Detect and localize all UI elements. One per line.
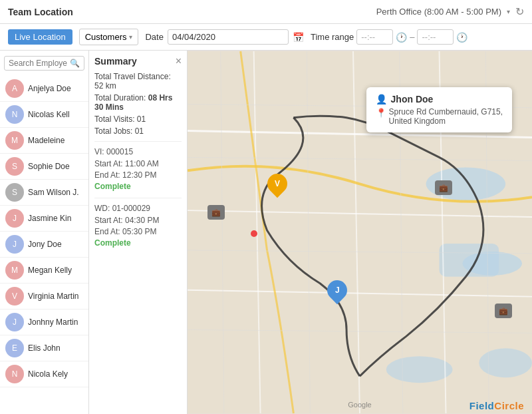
- google-branding: Google: [348, 401, 371, 409]
- map-area[interactable]: ● V J 💼 💼: [188, 51, 532, 414]
- employee-name: Jasmine Kin: [28, 214, 71, 223]
- employee-item[interactable]: VVirginia Martin: [0, 284, 88, 310]
- employee-name: Sophie Doe: [28, 162, 70, 171]
- employee-item[interactable]: MMadeleine: [0, 128, 88, 154]
- date-section: Date 📅: [145, 29, 303, 45]
- date-input[interactable]: [168, 29, 289, 45]
- employee-name: Sam Wilson J.: [28, 188, 79, 197]
- svg-point-4: [386, 356, 453, 383]
- popup-address-text: Spruce Rd Cumbernauid, G715,United Kingd…: [389, 107, 503, 126]
- live-location-badge: Live Location: [8, 29, 72, 45]
- wo-end: End At: 05:30 PM: [94, 227, 182, 236]
- employee-item[interactable]: SSam Wilson J.: [0, 180, 88, 206]
- marker-gray-left[interactable]: 💼: [207, 205, 225, 220]
- svg-point-5: [479, 348, 532, 377]
- time-range-section: Time range 🕐 – 🕐: [311, 29, 468, 45]
- marker-gray-center[interactable]: 💼: [435, 180, 452, 195]
- office-info: Perth Office (8:00 AM - 5:00 PM) ▾ ↻: [376, 5, 524, 18]
- office-label: Perth Office (8:00 AM - 5:00 PM): [376, 7, 501, 17]
- summary-panel: Summary × Total Travel Distance: 52 km T…: [89, 51, 188, 414]
- employee-item[interactable]: EElis John: [0, 335, 88, 361]
- time-start-input[interactable]: [356, 29, 393, 45]
- employee-name: Elis John: [28, 343, 61, 353]
- visit-status: Complete: [94, 182, 182, 191]
- summary-header: Summary ×: [94, 56, 182, 67]
- date-label: Date: [145, 32, 163, 42]
- avatar: N: [5, 365, 24, 383]
- wo-id: WD: 01-000029: [94, 204, 182, 213]
- employee-list: AAnjelya DoeNNicolas KellMMadeleineSSoph…: [0, 76, 88, 414]
- app-title: Team Location: [8, 7, 73, 17]
- visit-id: VI: 000015: [94, 147, 182, 156]
- employee-item[interactable]: MMegan Kelly: [0, 258, 88, 284]
- main-content: 🔍 AAnjelya DoeNNicolas KellMMadeleineSSo…: [0, 51, 532, 414]
- avatar: E: [5, 339, 24, 357]
- popup-person-info: 👤 Jhon Doe: [376, 94, 503, 104]
- clock-end-icon[interactable]: 🕐: [456, 32, 467, 43]
- marker-v[interactable]: V: [267, 174, 287, 194]
- person-icon: 👤: [376, 94, 387, 104]
- visit-start: Start At: 11:00 AM: [94, 159, 182, 168]
- marker-gray-bottom[interactable]: 💼: [495, 304, 512, 318]
- summary-title: Summary: [94, 56, 137, 67]
- search-input[interactable]: [9, 59, 67, 68]
- red-dot-marker: [251, 230, 257, 237]
- map-popup: 👤 Jhon Doe 📍 Spruce Rd Cumbernauid, G715…: [366, 87, 512, 132]
- wo-start: Start At: 04:30 PM: [94, 216, 182, 225]
- employee-name: Jonhny Martin: [28, 317, 78, 327]
- avatar: A: [5, 79, 24, 98]
- avatar: N: [5, 105, 24, 124]
- avatar: M: [5, 261, 24, 280]
- toolbar: Live Location Customers ▾ Date 📅 Time ra…: [0, 24, 532, 51]
- customers-dropdown[interactable]: Customers ▾: [79, 29, 139, 45]
- employee-name: Anjelya Doe: [28, 84, 71, 93]
- top-header: Team Location Perth Office (8:00 AM - 5:…: [0, 0, 532, 24]
- time-end-input[interactable]: [417, 29, 454, 45]
- visit-end: End At: 12:30 PM: [94, 170, 182, 180]
- calendar-icon[interactable]: 📅: [293, 32, 304, 43]
- employee-item[interactable]: NNicola Kely: [0, 361, 88, 387]
- total-visits: Total Visits: 01: [94, 114, 182, 124]
- avatar: M: [5, 131, 24, 150]
- time-range-label: Time range: [311, 32, 354, 42]
- employee-item[interactable]: JJasmine Kin: [0, 206, 88, 232]
- popup-name-text: Jhon Doe: [391, 94, 434, 104]
- pin-icon: 📍: [376, 108, 386, 118]
- popup-address: 📍 Spruce Rd Cumbernauid, G715,United Kin…: [376, 107, 503, 126]
- office-dropdown-arrow[interactable]: ▾: [507, 8, 510, 15]
- avatar: V: [5, 287, 24, 306]
- employee-name: Virginia Martin: [28, 292, 78, 301]
- total-jobs: Total Jobs: 01: [94, 126, 182, 136]
- marker-j[interactable]: J: [327, 280, 347, 300]
- employee-name: Nicola Kely: [28, 369, 68, 379]
- employee-name: Megan Kelly: [28, 266, 72, 275]
- employee-item[interactable]: SSophie Doe: [0, 154, 88, 180]
- refresh-icon[interactable]: ↻: [515, 5, 524, 18]
- total-travel: Total Travel Distance: 52 km: [94, 72, 182, 91]
- employee-item[interactable]: JJony Doe: [0, 232, 88, 258]
- summary-close-button[interactable]: ×: [176, 56, 182, 67]
- search-icon: 🔍: [70, 59, 80, 68]
- customers-label: Customers: [85, 32, 127, 42]
- brand-circle: Circle: [494, 400, 524, 411]
- employee-name: Nicolas Kell: [28, 110, 70, 119]
- avatar: J: [5, 313, 24, 331]
- employee-item[interactable]: AAnjelya Doe: [0, 76, 88, 102]
- total-duration: Total Duration: 08 Hrs 30 Mins: [94, 93, 182, 112]
- search-box[interactable]: 🔍: [4, 56, 84, 71]
- brand-field: Field: [469, 400, 495, 411]
- time-separator: –: [410, 32, 414, 42]
- avatar: S: [5, 183, 24, 202]
- avatar: J: [5, 209, 24, 228]
- clock-start-icon[interactable]: 🕐: [396, 32, 407, 43]
- avatar: J: [5, 235, 24, 254]
- employee-name: Jony Doe: [28, 240, 62, 249]
- employee-name: Madeleine: [28, 136, 65, 145]
- employee-item[interactable]: JJonhny Martin: [0, 310, 88, 335]
- employee-item[interactable]: NNicolas Kell: [0, 102, 88, 128]
- employee-sidebar: 🔍 AAnjelya DoeNNicolas KellMMadeleineSSo…: [0, 51, 89, 414]
- avatar: S: [5, 157, 24, 176]
- customers-dropdown-arrow: ▾: [129, 33, 132, 41]
- fieldcircle-brand: FieldCircle: [469, 400, 524, 411]
- wo-status: Complete: [94, 238, 182, 248]
